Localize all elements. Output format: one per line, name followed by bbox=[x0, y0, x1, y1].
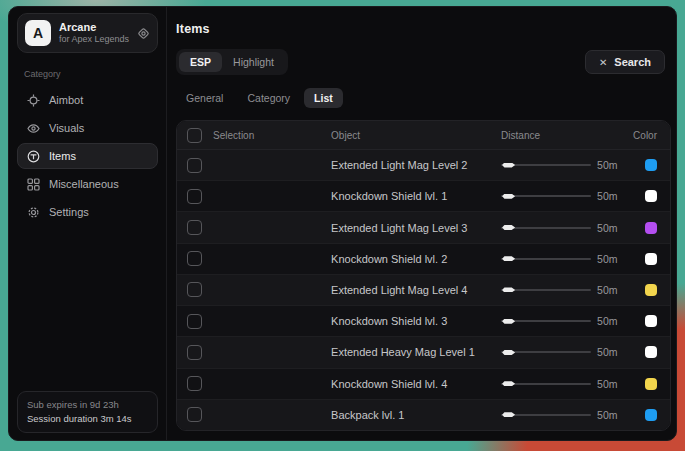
color-swatch[interactable] bbox=[645, 409, 657, 421]
sidebar-item-aimbot[interactable]: Aimbot bbox=[17, 87, 158, 113]
object-name: Knockdown Shield lvl. 4 bbox=[331, 378, 501, 390]
app-logo: A bbox=[25, 20, 51, 46]
color-swatch[interactable] bbox=[645, 253, 657, 265]
row-checkbox[interactable] bbox=[187, 345, 202, 360]
color-swatch[interactable] bbox=[645, 159, 657, 171]
object-name: Extended Light Mag Level 2 bbox=[331, 159, 501, 171]
object-name: Backpack lvl. 1 bbox=[331, 409, 501, 421]
color-swatch[interactable] bbox=[645, 315, 657, 327]
search-button-label: Search bbox=[614, 56, 651, 68]
distance-slider[interactable] bbox=[501, 314, 591, 328]
toolbar: ESP Highlight ✕ Search bbox=[176, 49, 671, 75]
object-name: Extended Light Mag Level 4 bbox=[331, 284, 501, 296]
game-background: { "theme": { "bg_teal": "#48a893", "bg_r… bbox=[0, 0, 685, 451]
table-row: Extended Light Mag Level 2 50m bbox=[177, 150, 670, 180]
object-name: Knockdown Shield lvl. 2 bbox=[331, 253, 501, 265]
subscription-info-card: Sub expires in 9d 23h Session duration 3… bbox=[17, 391, 158, 434]
color-swatch[interactable] bbox=[645, 222, 657, 234]
sub-expiry-text: Sub expires in 9d 23h bbox=[27, 398, 148, 412]
gear-icon bbox=[26, 206, 40, 219]
select-all-checkbox[interactable] bbox=[187, 128, 202, 143]
table-header: Selection Object Distance Color bbox=[177, 121, 670, 150]
distance-value: 50m bbox=[597, 222, 633, 234]
sidebar-item-miscellaneous[interactable]: Miscellaneous bbox=[17, 171, 158, 197]
distance-value: 50m bbox=[597, 253, 633, 265]
pin-icon[interactable] bbox=[137, 27, 150, 40]
color-swatch[interactable] bbox=[645, 284, 657, 296]
table-row: Knockdown Shield lvl. 2 50m bbox=[177, 243, 670, 274]
sidebar-item-settings[interactable]: Settings bbox=[17, 199, 158, 225]
row-checkbox[interactable] bbox=[187, 314, 202, 329]
mode-tab-group: ESP Highlight bbox=[176, 49, 288, 75]
crosshair-icon bbox=[26, 94, 40, 107]
search-button[interactable]: ✕ Search bbox=[585, 50, 665, 74]
distance-slider[interactable] bbox=[501, 221, 591, 235]
color-swatch[interactable] bbox=[645, 346, 657, 358]
distance-value: 50m bbox=[597, 346, 633, 358]
grid-icon bbox=[26, 178, 40, 191]
close-icon: ✕ bbox=[599, 57, 607, 68]
object-name: Extended Light Mag Level 3 bbox=[331, 222, 501, 234]
table-row: Knockdown Shield lvl. 4 50m bbox=[177, 368, 670, 399]
distance-slider[interactable] bbox=[501, 283, 591, 297]
app-title: Arcane bbox=[59, 21, 129, 35]
object-name: Knockdown Shield lvl. 1 bbox=[331, 190, 501, 202]
color-swatch[interactable] bbox=[645, 190, 657, 202]
table-row: Knockdown Shield lvl. 3 50m bbox=[177, 305, 670, 336]
sidebar-item-label: Aimbot bbox=[49, 94, 83, 106]
table-row: Backpack lvl. 1 50m bbox=[177, 399, 670, 430]
column-header-distance: Distance bbox=[501, 130, 597, 141]
distance-value: 50m bbox=[597, 378, 633, 390]
distance-slider[interactable] bbox=[501, 189, 591, 203]
object-name: Extended Heavy Mag Level 1 bbox=[331, 346, 501, 358]
distance-value: 50m bbox=[597, 409, 633, 421]
row-checkbox[interactable] bbox=[187, 407, 202, 422]
row-checkbox[interactable] bbox=[187, 158, 202, 173]
tab-highlight[interactable]: Highlight bbox=[222, 52, 285, 72]
brand-card: A Arcane for Apex Legends bbox=[17, 13, 158, 53]
row-checkbox[interactable] bbox=[187, 376, 202, 391]
distance-slider[interactable] bbox=[501, 252, 591, 266]
row-checkbox[interactable] bbox=[187, 251, 202, 266]
row-checkbox[interactable] bbox=[187, 282, 202, 297]
app-subtitle: for Apex Legends bbox=[59, 34, 129, 45]
row-checkbox[interactable] bbox=[187, 220, 202, 235]
row-checkbox[interactable] bbox=[187, 189, 202, 204]
distance-value: 50m bbox=[597, 190, 633, 202]
session-duration-text: Session duration 3m 14s bbox=[27, 412, 148, 426]
distance-value: 50m bbox=[597, 315, 633, 327]
column-header-color: Color bbox=[633, 130, 660, 141]
distance-slider[interactable] bbox=[501, 377, 591, 391]
sidebar-item-items[interactable]: Items bbox=[17, 143, 158, 169]
distance-slider[interactable] bbox=[501, 158, 591, 172]
table-row: Knockdown Shield lvl. 1 50m bbox=[177, 180, 670, 211]
table-row: Extended Light Mag Level 3 50m bbox=[177, 211, 670, 242]
color-swatch[interactable] bbox=[645, 378, 657, 390]
view-tab-group: General Category List bbox=[176, 88, 671, 108]
sidebar-item-label: Visuals bbox=[49, 122, 84, 134]
distance-slider[interactable] bbox=[501, 345, 591, 359]
tab-general[interactable]: General bbox=[176, 88, 233, 108]
items-table: Selection Object Distance Color Extended… bbox=[176, 120, 671, 431]
distance-value: 50m bbox=[597, 284, 633, 296]
sidebar-item-label: Miscellaneous bbox=[49, 178, 119, 190]
sidebar-item-visuals[interactable]: Visuals bbox=[17, 115, 158, 141]
distance-value: 50m bbox=[597, 159, 633, 171]
category-label: Category bbox=[24, 69, 158, 79]
sidebar-item-label: Settings bbox=[49, 206, 89, 218]
table-body: Extended Light Mag Level 2 50m Knockdown… bbox=[177, 150, 670, 430]
object-name: Knockdown Shield lvl. 3 bbox=[331, 315, 501, 327]
brand-text: Arcane for Apex Legends bbox=[59, 21, 129, 46]
distance-slider[interactable] bbox=[501, 408, 591, 422]
table-row: Extended Heavy Mag Level 1 50m bbox=[177, 336, 670, 367]
package-icon bbox=[26, 150, 40, 163]
tab-category[interactable]: Category bbox=[237, 88, 300, 108]
column-header-object: Object bbox=[331, 130, 501, 141]
page-title: Items bbox=[176, 22, 671, 36]
tab-esp[interactable]: ESP bbox=[179, 52, 222, 72]
eye-icon bbox=[26, 122, 40, 135]
table-row: Extended Light Mag Level 4 50m bbox=[177, 274, 670, 305]
tab-list[interactable]: List bbox=[304, 88, 343, 108]
main-content: Items ESP Highlight ✕ Search General Cat… bbox=[167, 7, 676, 440]
column-header-selection: Selection bbox=[213, 130, 331, 141]
